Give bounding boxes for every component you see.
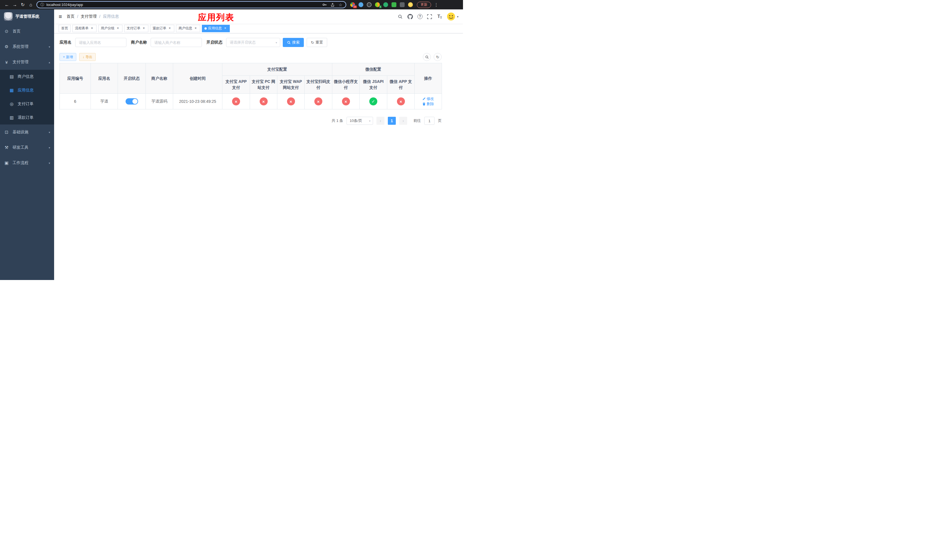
sidebar-item-dev-tools[interactable]: ⚒ 研发工具 ▾ <box>0 140 54 155</box>
browser-menu-icon[interactable]: ⋮ <box>434 2 439 8</box>
page-number-button[interactable]: 1 <box>388 117 396 125</box>
user-avatar[interactable]: ▾ <box>447 12 458 21</box>
chevron-down-icon: ▾ <box>49 162 50 165</box>
search-button[interactable]: 搜索 <box>283 38 304 47</box>
tab-merchant-info[interactable]: 商户信息 × <box>176 25 200 32</box>
search-icon[interactable] <box>398 14 403 20</box>
browser-home-button[interactable]: ⌂ <box>27 1 35 9</box>
close-icon[interactable]: × <box>90 26 94 30</box>
site-info-icon[interactable]: ⓘ <box>41 2 44 8</box>
extension-icon[interactable] <box>392 2 396 7</box>
bookmark-star-icon[interactable]: ☆ <box>339 3 342 7</box>
extension-icon[interactable] <box>408 2 413 7</box>
config-status-icon: ✓ <box>369 97 377 105</box>
col-alipay-pc: 支付宝 PC 网站支付 <box>250 76 277 94</box>
col-wx-jsapi: 微信 JSAPI 支付 <box>360 76 387 94</box>
chevron-up-icon: ▴ <box>49 61 50 64</box>
page-content: 应用名 商户名称 开启状态 请选择开启状态 ▾ 搜索 <box>54 33 463 280</box>
sidebar-item-payment[interactable]: ¥ 支付管理 ▴ <box>0 54 54 70</box>
fullscreen-icon[interactable] <box>427 14 433 20</box>
tab-process-form[interactable]: 流程表单 × <box>72 25 97 32</box>
briefcase-icon: ▣ <box>4 160 9 165</box>
credit-card-icon: ▤ <box>9 74 14 79</box>
close-icon[interactable]: × <box>223 26 227 30</box>
status-select[interactable]: 请选择开启状态 ▾ <box>226 38 280 47</box>
breadcrumb-payment[interactable]: 支付管理 <box>81 14 97 19</box>
sidebar-item-home[interactable]: ⊙ 首页 <box>0 24 54 39</box>
toggle-search-button[interactable] <box>423 53 431 61</box>
chevron-down-icon: ▾ <box>369 120 371 123</box>
extension-icon[interactable] <box>400 2 405 7</box>
close-icon[interactable]: × <box>194 26 198 30</box>
app-name-input[interactable] <box>75 38 126 47</box>
tab-refund-orders[interactable]: 退款订单 × <box>150 25 174 32</box>
edit-button[interactable]: 修改 <box>422 96 434 101</box>
monitor-icon: ⊡ <box>4 130 9 135</box>
close-icon[interactable]: × <box>168 26 172 30</box>
chevron-down-icon: ▾ <box>49 45 50 48</box>
chevron-down-icon: ▾ <box>49 131 50 134</box>
sidebar-item-app-info[interactable]: ▦ 应用信息 <box>0 83 54 97</box>
page-annotation: 应用列表 <box>198 12 235 23</box>
prev-page-button[interactable]: ‹ <box>377 117 384 125</box>
sidebar-item-infrastructure[interactable]: ⊡ 基础设施 ▾ <box>0 124 54 140</box>
sidebar-item-label: 商户信息 <box>18 74 33 79</box>
font-size-icon[interactable]: TT <box>437 14 442 20</box>
sidebar-item-pay-orders[interactable]: ◎ 支付订单 <box>0 97 54 111</box>
breadcrumb-home[interactable]: 首页 <box>67 14 75 19</box>
extension-icon[interactable]: 1 <box>375 2 380 7</box>
goto-label: 前往 <box>413 118 421 123</box>
page-size-select[interactable]: 10条/页 ▾ <box>346 117 373 125</box>
total-count: 共 1 条 <box>332 118 343 123</box>
status-toggle[interactable] <box>126 98 138 104</box>
refresh-button[interactable]: ↻ <box>434 53 442 61</box>
address-bar[interactable]: ⓘ localhost:1024/pay/app ☆ <box>36 1 346 8</box>
tab-home[interactable]: 首页 <box>59 25 71 32</box>
tab-pay-orders[interactable]: 支付订单 × <box>124 25 148 32</box>
close-icon[interactable]: × <box>116 26 120 30</box>
next-page-button[interactable]: › <box>399 117 407 125</box>
merchant-name-input[interactable] <box>151 38 202 47</box>
sidebar-item-label: 应用信息 <box>18 88 33 93</box>
browser-update-button[interactable]: 更新 <box>417 2 431 8</box>
sidebar-item-refund-orders[interactable]: ▥ 退款订单 <box>0 111 54 124</box>
close-icon[interactable]: × <box>142 26 146 30</box>
config-status-icon: × <box>397 97 405 105</box>
grid-icon: ▦ <box>9 88 14 93</box>
extensions-area: 10 1 <box>350 2 413 7</box>
share-icon[interactable] <box>331 3 334 7</box>
sidebar-item-system[interactable]: ⚙ 系统管理 ▾ <box>0 39 54 54</box>
dashboard-icon: ⊙ <box>4 29 9 34</box>
extension-icon[interactable]: 10 <box>350 2 355 7</box>
sidebar-item-label: 退款订单 <box>18 115 33 120</box>
document-icon: ▥ <box>9 115 14 120</box>
col-group-wechat: 微信配置 <box>332 63 415 76</box>
extension-icon[interactable] <box>383 2 388 7</box>
sidebar-item-label: 支付订单 <box>18 101 33 106</box>
sidebar-item-merchant-info[interactable]: ▤ 商户信息 <box>0 70 54 83</box>
github-icon[interactable] <box>407 14 413 20</box>
browser-window: ← → ↻ ⌂ ⓘ localhost:1024/pay/app ☆ 10 1 <box>0 0 463 280</box>
sidebar-toggle-icon[interactable]: ≡ <box>59 14 62 20</box>
logo-title: 芋道管理系统 <box>15 14 39 19</box>
browser-forward-button[interactable]: → <box>11 1 19 9</box>
logo[interactable]: 芋道管理系统 <box>0 9 54 24</box>
refresh-icon: ↻ <box>311 41 314 45</box>
breadcrumb-current: 应用信息 <box>103 14 119 19</box>
tab-user-group[interactable]: 用户分组 × <box>98 25 123 32</box>
export-button[interactable]: ↓ 导出 <box>79 53 96 61</box>
browser-back-button[interactable]: ← <box>3 1 11 9</box>
goto-page-input[interactable] <box>424 117 434 125</box>
password-key-icon[interactable] <box>322 3 327 7</box>
add-button[interactable]: + 新增 <box>59 53 76 61</box>
avatar-caret-icon: ▾ <box>457 15 458 18</box>
extension-icon[interactable] <box>367 2 372 7</box>
sidebar-item-workflow[interactable]: ▣ 工作流程 ▾ <box>0 155 54 171</box>
browser-reload-button[interactable]: ↻ <box>19 1 27 9</box>
tab-app-info[interactable]: 应用信息 × <box>202 25 230 32</box>
extension-icon[interactable] <box>359 2 363 7</box>
table-row: 6 芋道 芋道源码 2021-10-23 08:49:25 × × × <box>60 94 442 109</box>
help-icon[interactable]: ? <box>418 14 422 19</box>
reset-button[interactable]: ↻ 重置 <box>307 38 327 47</box>
delete-button[interactable]: 删除 <box>422 101 434 106</box>
